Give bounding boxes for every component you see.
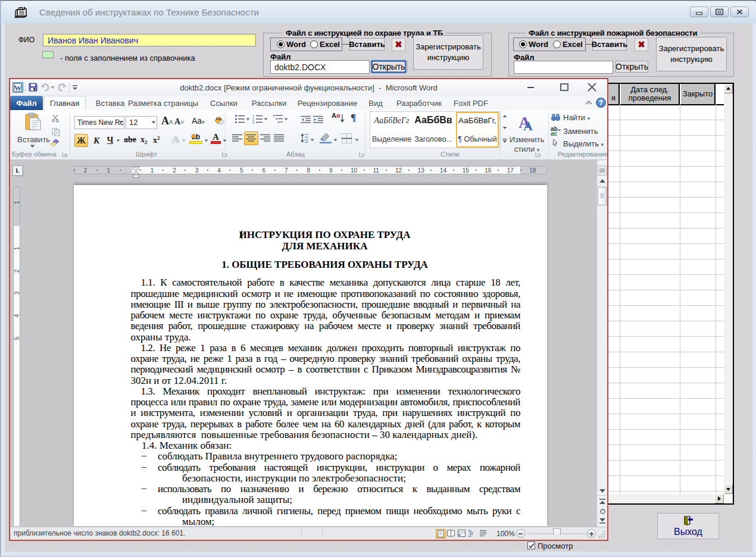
svg-text:A: A <box>523 118 533 133</box>
svg-text:Aa: Aa <box>215 116 221 121</box>
svg-text:3: 3 <box>252 121 254 124</box>
